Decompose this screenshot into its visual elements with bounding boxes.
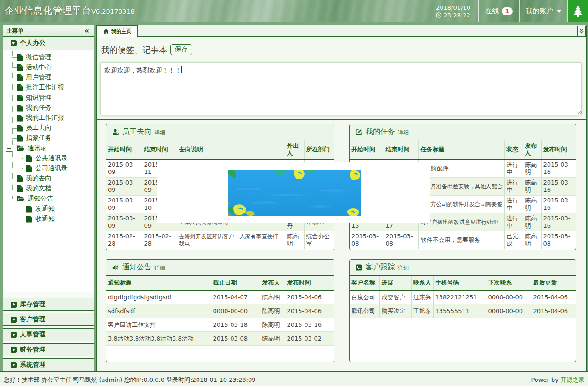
table-cell: 2015-04-06 (285, 290, 334, 304)
table-cell: 王旭东 (411, 304, 433, 318)
table-cell: 2015-03-09 (106, 178, 142, 196)
notices-detail-link[interactable]: 详细 (154, 264, 165, 272)
sidebar-section-财务管理[interactable]: 财务管理 (3, 343, 94, 356)
tree-item-我的工作汇报[interactable]: 我的工作汇报 (3, 113, 94, 123)
tree-item-我的文档[interactable]: 我的文档 (3, 184, 94, 194)
table-row[interactable]: 客户回访工作安排2015-03-18陈高明2015-03-16 (106, 318, 334, 332)
table-row[interactable]: dfgdfgdfgdsfgsdfgsdf2015-04-07陈高明2015-04… (106, 290, 334, 304)
folder-open-icon (17, 145, 24, 151)
tree-item-员工去向[interactable]: 员工去向 (3, 123, 94, 133)
tree-item-发通知[interactable]: 发通知 (3, 204, 94, 214)
document-icon (17, 115, 23, 122)
tree-item-公司通讯录[interactable]: 公司通讯录 (3, 163, 94, 173)
document-icon (26, 206, 32, 213)
table-cell: 2015-04-07 (211, 290, 260, 304)
topbar: 企业信息化管理平台V6.20170318 2018/01/10 23:28:22… (0, 0, 588, 22)
column-header: 发布人 (523, 140, 541, 159)
table-cell: 2015-03-09 (106, 213, 142, 231)
column-header: 最后更新 (531, 276, 576, 290)
table-cell: dfgdfgdfgdsfgsdfgsdf (106, 290, 211, 304)
brand-link[interactable]: 开源之家 (560, 376, 584, 383)
sidebar-header: 主菜单 « (3, 25, 94, 37)
sidebar-section-客户管理[interactable]: 客户管理 (3, 313, 94, 326)
column-header: 结束时间 (142, 140, 177, 159)
resize-grip[interactable] (577, 109, 582, 114)
table-row[interactable]: 2015-02-282015-02-28去海州开发区拜访客户，大家有事直接打我电… (106, 231, 334, 249)
notes-textarea[interactable] (100, 62, 582, 115)
tree-item-公共通讯录[interactable]: 公共通讯录 (3, 153, 94, 163)
table-cell: 进行中 (504, 213, 523, 231)
section-collapsed-icon (11, 302, 17, 308)
column-header: 发布时间 (541, 140, 576, 159)
floating-banner-image[interactable] (228, 170, 361, 216)
table-row[interactable]: sdfsdfsdf0000-00-00陈高明2015-04-06 (106, 304, 334, 318)
collapse-tabs-button[interactable] (577, 26, 586, 36)
tasks-detail-link[interactable]: 详细 (398, 129, 409, 137)
sidebar-section-personal[interactable]: 个人办公 (3, 37, 94, 50)
sidebar-tree: 微信管理活动中心用户管理批注工作汇报知识管理我的任务我的工作汇报员工去向指派任务… (3, 50, 94, 292)
table-cell: 2015-03-08 (350, 231, 384, 249)
tree-item-活动中心[interactable]: 活动中心 (3, 62, 94, 73)
table-cell: 进行中 (504, 178, 523, 196)
tree-item-通知公告[interactable]: 通知公告 (3, 194, 94, 204)
table-cell: 2015-02-28 (106, 231, 142, 249)
save-button[interactable]: 保存 (170, 44, 192, 55)
table-cell: sdfsdfsdf (106, 304, 211, 318)
theme-button[interactable] (567, 0, 588, 22)
table-row[interactable]: 百度公司成交客户汪东兴138221212510000-00-002015-04-… (350, 290, 576, 304)
table-row[interactable]: 3.8活动3.8活动3.8活动3.8活动2015-03-08陈高明2015-03… (106, 332, 334, 346)
datetime-block: 2018/01/10 23:28:22 (428, 0, 478, 22)
text-caret (181, 66, 182, 73)
tree-item-通讯录[interactable]: 通讯录 (3, 143, 94, 153)
tree-item-知识管理[interactable]: 知识管理 (3, 93, 94, 103)
column-header: 联系人 (411, 276, 433, 290)
document-icon (17, 185, 23, 192)
online-indicator[interactable]: 在线 1 (478, 0, 519, 22)
tree-item-我的去向[interactable]: 我的去向 (3, 173, 94, 184)
table-row[interactable]: 腾讯公司购买决定王旭东1355555110000-00-002015-04-06 (350, 304, 576, 318)
table-cell: 2015-03-16 (541, 213, 576, 231)
sidebar-section-库存管理[interactable]: 库存管理 (3, 298, 94, 311)
column-header: 状态 (504, 140, 523, 159)
table-cell: 3.8活动3.8活动3.8活动3.8活动 (106, 332, 211, 346)
table-cell: 2015-03-16 (541, 196, 576, 213)
table-cell: 进行中 (504, 196, 523, 213)
status-bar: 您好！技术部 办公室主任 司马飘然 (admin) 您的IP:0.0.0.0 登… (0, 371, 588, 386)
column-header: 去向说明 (177, 140, 285, 159)
section-expanded-icon (11, 40, 17, 46)
table-cell: 陈高明 (260, 290, 285, 304)
tree-item-批注工作汇报[interactable]: 批注工作汇报 (3, 83, 94, 93)
sidebar-section-系统管理[interactable]: 系统管理 (3, 358, 94, 371)
column-header: 结束时间 (384, 140, 418, 159)
table-row[interactable]: 2015-03-082015-03-08软件不会用，需要服务已完成陈高明2015… (350, 231, 576, 249)
tree-item-微信管理[interactable]: 微信管理 (3, 52, 94, 62)
table-cell: 方公司的软件开发合同需要签 (418, 196, 504, 213)
panel-tasks-title: 我的任务 详细 (350, 124, 576, 140)
tree-item-我的任务[interactable]: 我的任务 (3, 103, 94, 113)
table-cell: 0000-00-00 (486, 304, 531, 318)
powered-by: Power by 开源之家 (531, 376, 584, 384)
tab-bar: 我的主页 (97, 25, 586, 37)
collapse-minus-icon[interactable] (6, 145, 12, 152)
panel-notices-title: 通知公告 详细 (106, 260, 334, 276)
panel-notices: 通知公告 详细 通知标题截止日期发布人发布时间dfgdfgdfgdsfgsdfg… (106, 259, 334, 362)
table-cell: 丹准备出差安装，其他人配合 (418, 178, 504, 196)
online-count-badge: 1 (502, 7, 513, 15)
customers-detail-link[interactable]: 详细 (398, 264, 409, 272)
tree-item-用户管理[interactable]: 用户管理 (3, 73, 94, 83)
panel-customers: 客户跟踪 详细 客户名称进展联系人手机号码下次联系最后更新百度公司成交客户汪东兴… (349, 259, 576, 362)
tree-item-收通知[interactable]: 收通知 (3, 214, 94, 224)
account-menu[interactable]: 我的账户 (519, 0, 567, 22)
column-header: 手机号码 (433, 276, 486, 290)
app-title: 企业信息化管理平台V6.20170318 (5, 5, 135, 17)
column-header: 客户名称 (350, 276, 379, 290)
collapse-minus-icon[interactable] (6, 196, 12, 202)
sidebar-section-人事管理[interactable]: 人事管理 (3, 328, 94, 341)
tab-home[interactable]: 我的主页 (97, 25, 138, 37)
sidebar-collapse-button[interactable]: « (85, 28, 89, 34)
table-cell: 综合办公室 (304, 231, 334, 249)
tree-item-指派任务[interactable]: 指派任务 (3, 133, 94, 143)
whereabouts-detail-link[interactable]: 详细 (154, 129, 165, 137)
table-cell: 2015-02-28 (142, 231, 177, 249)
speaker-icon (112, 264, 119, 271)
